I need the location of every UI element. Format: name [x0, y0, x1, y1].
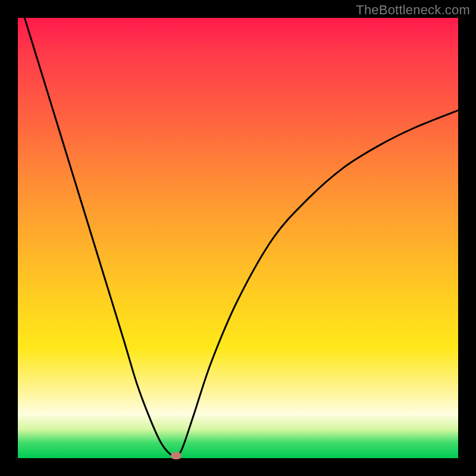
optimum-marker — [171, 452, 181, 459]
bottleneck-curve — [18, 18, 458, 458]
chart-frame: TheBottleneck.com — [0, 0, 476, 476]
plot-area — [18, 18, 458, 458]
watermark-text: TheBottleneck.com — [356, 2, 470, 18]
